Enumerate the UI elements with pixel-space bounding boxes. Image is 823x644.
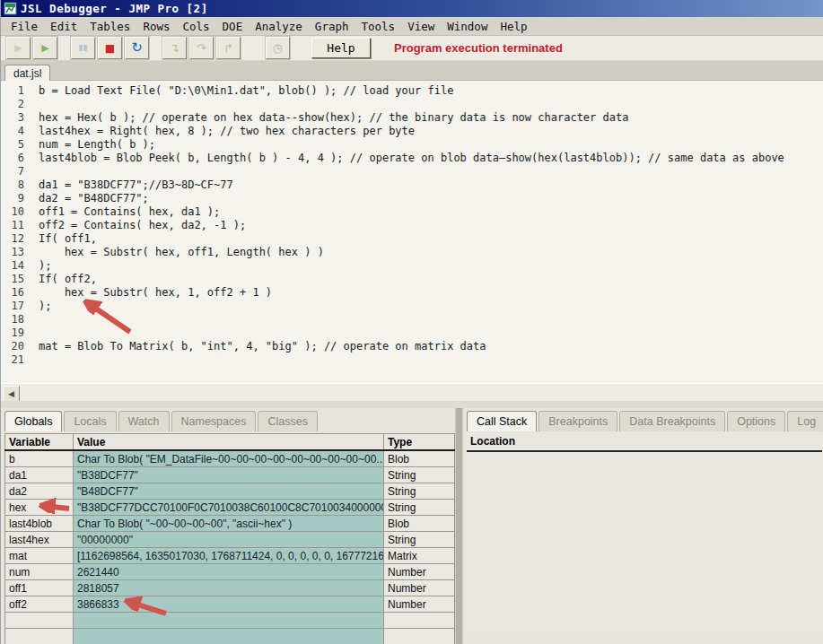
- line-number[interactable]: 4: [1, 125, 24, 138]
- line-number[interactable]: 16: [1, 286, 24, 300]
- variable-row-off1[interactable]: off12818057Number: [5, 580, 455, 596]
- code-line[interactable]: 9da2 = "B48DCF77";: [1, 192, 823, 205]
- code-line[interactable]: 3hex = Hex( b ); // operate on hex data-…: [1, 111, 823, 125]
- line-number[interactable]: 11: [1, 219, 24, 232]
- line-number[interactable]: 1: [1, 84, 24, 98]
- variable-type: Number: [384, 596, 455, 613]
- tab-globals[interactable]: Globals: [4, 411, 62, 431]
- variable-value: [74, 629, 384, 644]
- variable-row-last4hex[interactable]: last4hex"00000000"String: [5, 532, 455, 548]
- tab-watch[interactable]: Watch: [118, 411, 170, 431]
- code-text: last4hex = Right( hex, 8 ); // two hex c…: [39, 125, 415, 138]
- code-line[interactable]: 15If( off2,: [1, 273, 823, 286]
- code-line[interactable]: 17);: [1, 300, 823, 313]
- code-line[interactable]: 7: [1, 165, 823, 178]
- code-line[interactable]: 11off2 = Contains( hex, da2, -1 );: [1, 219, 823, 232]
- variable-row-hex[interactable]: hex"B38DCF77DCC70100F0C7010038C60100C8C7…: [5, 500, 455, 516]
- schedule-button[interactable]: ◷: [266, 37, 290, 59]
- variable-row-empty[interactable]: [5, 629, 455, 644]
- code-line[interactable]: 5num = Length( b );: [1, 138, 823, 152]
- code-text: hex = Substr( hex, off1, Length( hex ) ): [39, 246, 324, 259]
- line-number[interactable]: 8: [1, 178, 24, 192]
- tab-namespaces[interactable]: Namespaces: [171, 411, 257, 431]
- tab-options[interactable]: Options: [727, 411, 785, 431]
- code-line[interactable]: 20mat = Blob To Matrix( b, "int", 4, "bi…: [1, 340, 823, 353]
- line-number[interactable]: 2: [1, 98, 24, 111]
- tab-data-breakpoints[interactable]: Data Breakpoints: [619, 411, 725, 431]
- code-line[interactable]: 18: [1, 313, 823, 326]
- tab-classes[interactable]: Classes: [258, 411, 317, 431]
- line-number[interactable]: 5: [1, 138, 24, 152]
- line-number[interactable]: 9: [1, 192, 24, 205]
- menu-item-help[interactable]: Help: [494, 18, 533, 35]
- step-out-button[interactable]: ↱: [216, 37, 241, 59]
- stop-button[interactable]: ■: [98, 37, 122, 59]
- code-line[interactable]: 4last4hex = Right( hex, 8 ); // two hex …: [1, 125, 823, 138]
- code-line[interactable]: 19: [1, 326, 823, 340]
- variable-row-empty[interactable]: [5, 613, 455, 629]
- code-line[interactable]: 10off1 = Contains( hex, da1 );: [1, 205, 823, 219]
- line-number[interactable]: 3: [1, 111, 24, 125]
- step-over-button[interactable]: ↷: [189, 37, 214, 59]
- reset-button[interactable]: ↻: [125, 37, 149, 59]
- code-line[interactable]: 2: [1, 98, 823, 111]
- line-number[interactable]: 13: [1, 246, 24, 259]
- debug-run-button[interactable]: ▶: [6, 37, 31, 59]
- step-into-icon: ↴: [170, 42, 179, 54]
- line-number[interactable]: 21: [1, 353, 24, 367]
- code-line[interactable]: 16 hex = Substr( hex, 1, off2 + 1 ): [1, 286, 823, 300]
- variable-row-off2[interactable]: off23866833Number: [5, 596, 455, 613]
- variable-row-da1[interactable]: da1"B38DCF77"String: [5, 467, 455, 483]
- variable-row-da2[interactable]: da2"B48DCF77"String: [5, 483, 455, 500]
- tab-call-stack[interactable]: Call Stack: [467, 411, 537, 431]
- variable-row-last4blob[interactable]: last4blobChar To Blob( "~00~00~00~00", "…: [5, 516, 455, 532]
- menu-item-tables[interactable]: Tables: [83, 18, 136, 35]
- code-line[interactable]: 13 hex = Substr( hex, off1, Length( hex …: [1, 246, 823, 259]
- run-button[interactable]: ▶: [33, 37, 57, 59]
- tab-breakpoints[interactable]: Breakpoints: [538, 411, 617, 431]
- callstack-location-header: Location: [467, 433, 822, 452]
- line-number[interactable]: 19: [1, 326, 24, 340]
- column-header-type: Type: [384, 434, 455, 451]
- menu-item-edit[interactable]: Edit: [44, 18, 83, 35]
- menu-item-tools[interactable]: Tools: [355, 18, 402, 35]
- title-bar[interactable]: JSL Debugger - JMP Pro [2]: [1, 0, 823, 17]
- tab-dat-jsl[interactable]: dat.jsl: [4, 65, 50, 83]
- code-line[interactable]: 14);: [1, 259, 823, 273]
- pause-icon: ▮▮: [79, 44, 88, 52]
- variable-row-mat[interactable]: mat[1162698564, 1635017030, 1768711424, …: [5, 548, 455, 564]
- editor-hscrollbar[interactable]: ◀: [1, 383, 823, 401]
- code-line[interactable]: 12If( off1,: [1, 232, 823, 246]
- tab-locals[interactable]: Locals: [64, 411, 116, 431]
- menu-item-graph[interactable]: Graph: [309, 18, 355, 35]
- code-line[interactable]: 1b = Load Text File( "D:\0\Min1.dat", bl…: [1, 84, 823, 98]
- line-number[interactable]: 20: [1, 340, 24, 353]
- step-into-button[interactable]: ↴: [162, 37, 187, 59]
- line-number[interactable]: 17: [1, 300, 24, 313]
- code-line[interactable]: 21: [1, 353, 823, 367]
- line-number[interactable]: 12: [1, 232, 24, 246]
- line-number[interactable]: 15: [1, 273, 24, 286]
- tab-log[interactable]: Log: [787, 411, 823, 431]
- code-line[interactable]: 8da1 = "B38DCF77";//B3~8D~CF~77: [1, 178, 823, 192]
- menu-item-file[interactable]: File: [4, 18, 44, 35]
- pause-button[interactable]: ▮▮: [71, 37, 95, 59]
- line-number[interactable]: 7: [1, 165, 24, 178]
- variable-row-num[interactable]: num2621440Number: [5, 564, 455, 580]
- line-number[interactable]: 6: [1, 152, 24, 165]
- line-number[interactable]: 10: [1, 205, 24, 219]
- menu-item-analyze[interactable]: Analyze: [249, 18, 309, 35]
- panel-splitter[interactable]: [455, 408, 463, 644]
- code-line[interactable]: 6last4blob = Blob Peek( b, Length( b ) -…: [1, 152, 823, 165]
- menu-item-cols[interactable]: Cols: [176, 18, 215, 35]
- menu-item-window[interactable]: Window: [441, 18, 494, 35]
- help-button[interactable]: Help: [311, 38, 371, 58]
- scroll-left-button[interactable]: ◀: [3, 386, 20, 402]
- code-editor[interactable]: 1b = Load Text File( "D:\0\Min1.dat", bl…: [1, 81, 823, 383]
- menu-item-view[interactable]: View: [401, 18, 441, 35]
- line-number[interactable]: 18: [1, 313, 24, 326]
- variable-row-b[interactable]: bChar To Blob( "EM_DataFile~00~00~00~00~…: [5, 450, 455, 467]
- menu-item-doe[interactable]: DOE: [216, 18, 250, 35]
- line-number[interactable]: 14: [1, 259, 24, 273]
- menu-item-rows[interactable]: Rows: [136, 18, 176, 35]
